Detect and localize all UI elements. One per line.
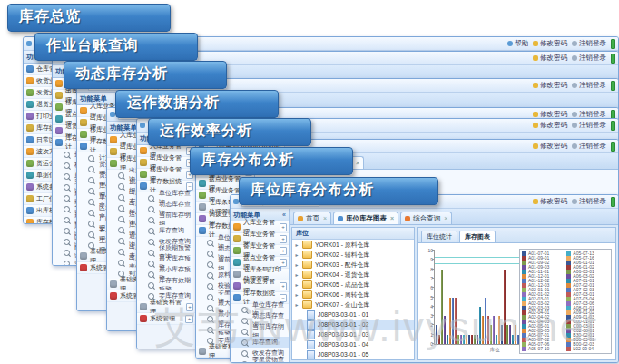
help-button[interactable]: 帮助 xyxy=(507,39,528,48)
menu-item-icon xyxy=(233,235,241,242)
bar-A01-09-01 xyxy=(438,335,440,344)
tab-库位库存图表[interactable]: 库位库存图表× xyxy=(333,212,398,224)
tree-location-item[interactable]: J08P03-03-01 - 05 xyxy=(292,349,414,359)
legend-label: L02-09-04 xyxy=(573,347,594,351)
expand-icon: + xyxy=(280,282,287,290)
change-password-button[interactable]: 修改密码 xyxy=(533,39,567,48)
bar-A05-07-06 xyxy=(490,325,492,344)
lock-icon xyxy=(533,143,538,149)
sidebar-menu-item[interactable]: 系统管理+ xyxy=(137,313,195,325)
search-icon xyxy=(88,231,94,238)
search-icon xyxy=(207,272,213,279)
search-icon xyxy=(241,350,248,357)
logout-button[interactable]: 注销登录 xyxy=(572,142,606,151)
bar-A05-07-10 xyxy=(493,316,495,344)
tree-folder-item[interactable]: ▸YORK04 - 退货仓库 xyxy=(292,270,414,280)
search-icon xyxy=(64,152,70,158)
bar-A02-05-01 xyxy=(479,307,481,344)
search-icon xyxy=(207,261,213,268)
change-password-button[interactable]: 修改密码 xyxy=(533,54,567,63)
menu-item-icon xyxy=(140,315,147,322)
tab-label: 首页 xyxy=(306,214,319,223)
tree-location-item[interactable]: J08P03-03-01 - 04 xyxy=(292,339,414,349)
tab-strip: 首页×库位库存图表×综合查询× xyxy=(290,209,618,225)
search-icon xyxy=(207,283,213,290)
search-icon xyxy=(207,338,213,344)
tree-expand-icon[interactable]: ▸ xyxy=(294,271,300,278)
location-icon xyxy=(307,340,315,349)
logout-button[interactable]: 注销登录 xyxy=(572,81,606,90)
search-icon xyxy=(241,307,248,313)
bar-A01-09-02 xyxy=(441,270,443,344)
tree-expand-icon[interactable]: ▸ xyxy=(294,291,300,298)
window-body: 功能菜单«入库业务管理+出库业务管理+备库业务管理+盘点业务管理+仓库条码打印处… xyxy=(231,209,618,362)
menu-item-icon xyxy=(199,203,206,211)
tree-folder-item[interactable]: ▸YORK02 - 辅料仓库 xyxy=(292,250,414,260)
tree-expand-icon[interactable]: ▸ xyxy=(294,281,300,288)
bar-A06-01-01 xyxy=(501,325,503,344)
search-icon xyxy=(88,155,94,162)
tree-location-item[interactable]: J08P03-03-01 - 02 xyxy=(292,320,414,330)
tab-综合查询[interactable]: 综合查询× xyxy=(400,212,452,224)
menu-item-icon xyxy=(26,124,34,132)
tree-expand-icon[interactable]: ▸ xyxy=(294,241,300,248)
tree-location-item[interactable]: J08P03-03-01 - 06 xyxy=(292,359,414,360)
tree-location-item[interactable]: J08P03-03-01 - 03 xyxy=(292,330,414,339)
search-icon xyxy=(148,195,154,202)
banner-库位库存分布分析: 库位库存分布分析 xyxy=(239,177,438,205)
logout-label: 注销登录 xyxy=(579,121,606,130)
function-menu-sidebar: 功能菜单«入库业务管理+出库业务管理+备库业务管理+盘点业务管理+仓库条码打印处… xyxy=(231,209,290,362)
tree-folder-item[interactable]: ▸YORK06 - 周转仓库 xyxy=(292,290,414,300)
subtab-库存图表[interactable]: 库存图表 xyxy=(459,231,496,242)
tab-close-icon[interactable]: × xyxy=(356,160,359,166)
sidebar-query-item[interactable]: 零星货物查询 xyxy=(231,359,289,362)
search-icon xyxy=(118,238,124,244)
menu-item-icon xyxy=(26,195,34,202)
sidebar-menu-item[interactable]: 基础资料管理+ xyxy=(137,301,195,313)
menu-item-icon xyxy=(80,131,87,138)
search-icon xyxy=(241,361,248,363)
logout-button[interactable]: 注销登录 xyxy=(572,121,606,130)
logout-icon xyxy=(572,123,577,128)
menu-item-icon xyxy=(80,264,87,271)
subtab-库位统计[interactable]: 库位统计 xyxy=(421,231,457,242)
sidebar-query-item[interactable]: 当前库存明细 xyxy=(231,326,289,337)
tree-location-item[interactable]: J08P03-03-01 - 01 xyxy=(292,310,414,320)
change-password-button[interactable]: 修改密码 xyxy=(533,121,567,130)
tree-location-label: J08P03-03-01 - 05 xyxy=(318,351,368,358)
change-password-button[interactable]: 修改密码 xyxy=(533,81,567,90)
tab-close-icon[interactable]: × xyxy=(444,215,447,221)
tree-location-label: J08P03-03-01 - 02 xyxy=(318,321,368,328)
logout-button[interactable]: 注销登录 xyxy=(572,54,606,63)
menu-item-icon xyxy=(55,115,63,123)
tree-folder-item[interactable]: ▸YORK03 - 配件仓库 xyxy=(292,260,414,270)
sidebar-query-item[interactable]: 库存查询 xyxy=(137,225,195,236)
change-password-label: 修改密码 xyxy=(540,39,567,48)
search-icon xyxy=(207,305,213,311)
tree-expand-icon[interactable]: ▸ xyxy=(294,301,300,308)
bar-A02-04-03 xyxy=(477,335,478,344)
tab-首页[interactable]: 首页× xyxy=(293,212,331,224)
search-icon xyxy=(207,294,213,300)
sidebar-query-item[interactable]: 库存有效期预警 xyxy=(137,280,195,290)
change-password-button[interactable]: 修改密码 xyxy=(533,142,567,151)
tree-expand-icon[interactable]: ▸ xyxy=(294,261,300,268)
expand-icon: + xyxy=(280,223,287,231)
logout-button[interactable]: 注销登录 xyxy=(572,197,606,206)
tab-close-icon[interactable]: × xyxy=(390,215,394,221)
tree-folder-item[interactable]: ▸YORK07 - 金山仓库 xyxy=(292,300,414,310)
tree-expand-icon[interactable]: ▸ xyxy=(294,251,300,258)
search-icon xyxy=(148,239,154,245)
logout-icon xyxy=(572,112,577,117)
toolbar-buttons: 修改密码注销登录 xyxy=(533,54,615,64)
tab-close-icon[interactable]: × xyxy=(323,215,327,221)
tree-folder-label: YORK05 - 成品仓库 xyxy=(315,280,369,290)
tree-header: 库位 xyxy=(292,228,414,240)
tree-folder-item[interactable]: ▸YORK01 - 原料仓库 xyxy=(292,240,414,250)
sidebar-query-item[interactable]: 当前库存明细 xyxy=(137,214,195,225)
change-password-button[interactable]: 修改密码 xyxy=(533,197,567,206)
search-icon xyxy=(64,162,70,169)
logout-button[interactable]: 注销登录 xyxy=(572,39,606,48)
tree-folder-item[interactable]: ▸YORK05 - 成品仓库 xyxy=(292,280,414,290)
sidebar-query-item[interactable]: 库存查询 xyxy=(231,337,289,348)
